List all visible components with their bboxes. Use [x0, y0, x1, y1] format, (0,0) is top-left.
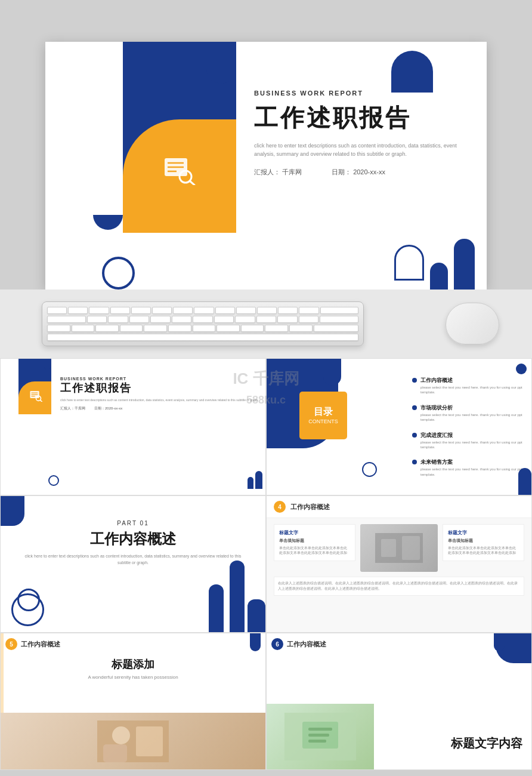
date-info: 日期： 2020-xx-xx: [332, 168, 385, 177]
blue-bar-short: [430, 263, 448, 290]
c3-bar2: [230, 561, 245, 632]
contents-dot: [412, 460, 417, 464]
key: [144, 325, 167, 332]
contents-dot: [412, 433, 417, 438]
cell5-header: 5 工作内容概述: [5, 638, 60, 650]
key: [173, 307, 193, 314]
semicircle-left: [93, 215, 123, 230]
key: [131, 307, 151, 314]
part-slide-content: PART 01 工作内容概述 click here to enter text …: [1, 520, 265, 566]
circle-outline-left: [102, 257, 135, 290]
key: [72, 325, 95, 332]
key: [194, 307, 214, 314]
contents-item-1: 工作内容概述 please select the text you need h…: [412, 377, 522, 395]
svg-point-16: [112, 726, 130, 744]
c3-circle-2: [11, 593, 44, 626]
c4-number-badge: 4: [274, 501, 286, 513]
cell6-text-content: 标题文字内容: [451, 735, 522, 752]
blue-dot-topright: [391, 51, 433, 93]
slide-description: click here to enter text descriptions su…: [254, 141, 469, 159]
key: [89, 307, 109, 314]
svg-rect-14: [402, 536, 420, 560]
slide-cell-2: 目录 CONTENTS 工作内容概述 please select the tex…: [266, 358, 532, 495]
keyboard-visual: [42, 301, 364, 346]
blue-bar-tall: [454, 239, 475, 290]
cell6-deco-bar: [494, 633, 505, 651]
c4-title-bar: 4 工作内容概述: [267, 496, 531, 518]
c3-bar1: [209, 584, 224, 632]
slide-cell-5: 5 工作内容概述 标题添加 A wonderful serenity has t…: [0, 633, 266, 770]
svg-line-11: [40, 400, 42, 402]
slide-cell-3: PART 01 工作内容概述 click here to enter text …: [0, 495, 266, 633]
contents-dot: [412, 405, 417, 410]
keyboard-keys: [42, 302, 363, 346]
key: [120, 325, 143, 332]
svg-rect-17: [103, 744, 127, 762]
c4-box-2: 标题文字 单击填知标题 单击此处添加文本单击此处添加文本单击此处添加文本单击此处…: [443, 524, 524, 561]
slide-subtitle: BUSINESS WORK REPORT: [254, 90, 469, 97]
svg-rect-23: [308, 740, 326, 743]
cell5-image: [1, 713, 265, 769]
svg-rect-18: [136, 726, 163, 756]
key: [47, 316, 86, 323]
cell5-badge: 5: [5, 638, 17, 650]
cell5-content: 标题添加 A wonderful serenity has taken poss…: [13, 657, 253, 680]
key: [265, 325, 288, 332]
slide-cell-1: BUSINESS WORK REPORT 工作述职报告 click here t…: [0, 358, 266, 495]
key: [47, 307, 67, 314]
c2-blue-dot-tr: [516, 364, 527, 374]
key: [314, 325, 358, 332]
white-arch: [394, 245, 424, 281]
slide-title: 工作述职报告: [254, 101, 469, 134]
key: [241, 325, 264, 332]
key: [168, 325, 191, 332]
key: [215, 307, 235, 314]
mouse-visual: [446, 303, 499, 344]
mini-report-icon: [29, 390, 44, 404]
key: [108, 316, 128, 323]
key: [129, 316, 149, 323]
contents-item-4: 未来销售方案 please select the text you need h…: [412, 458, 522, 477]
deco-top-right: [250, 633, 261, 651]
slide-cell-6: 6 工作内容概述 标题文字内容: [266, 633, 532, 770]
key: [278, 307, 298, 314]
key: [193, 316, 212, 323]
svg-rect-21: [308, 728, 332, 731]
key: [299, 316, 318, 323]
key: [277, 316, 297, 323]
key: [172, 316, 191, 323]
key: [68, 307, 88, 314]
c2-blue-top: [323, 359, 341, 386]
key: [257, 307, 277, 314]
main-slide: BUSINESS WORK REPORT 工作述职报告 click here t…: [45, 42, 487, 290]
keyboard-section: [0, 290, 532, 358]
key: [236, 307, 256, 314]
c4-description: 在此录入上述图表的综合描述说明。在此录入上述图表的综合描述说明。在此录入上述图表…: [274, 577, 524, 596]
cell6-title: 工作内容概述: [287, 640, 326, 649]
c2-circle-outline: [362, 462, 377, 477]
deco-shape: [44, 359, 51, 369]
slides-grid: BUSINESS WORK REPORT 工作述职报告 click here t…: [0, 358, 532, 770]
contents-dot: [412, 378, 417, 383]
key: [216, 325, 240, 332]
cell6-image: [267, 704, 374, 769]
svg-rect-13: [381, 539, 396, 557]
svg-line-5: [190, 181, 194, 185]
slide-content: BUSINESS WORK REPORT 工作述职报告 click here t…: [254, 90, 469, 177]
key: [95, 325, 119, 332]
cell6-header: 6 工作内容概述: [271, 638, 326, 650]
key: [87, 316, 107, 323]
deco-bar2: [248, 477, 253, 489]
spacebar-key: [47, 334, 358, 341]
contents-item-3: 完成进度汇报 please select the text you need h…: [412, 432, 522, 450]
deco-bar: [255, 471, 262, 489]
contents-items: 工作内容概述 please select the text you need h…: [412, 377, 522, 486]
c2-blue-right: [518, 468, 531, 495]
key: [235, 316, 255, 323]
cell5-title: 工作内容概述: [21, 640, 60, 649]
key: [193, 325, 216, 332]
cell6-badge: 6: [271, 638, 283, 650]
c4-image: [360, 524, 438, 572]
key: [47, 325, 70, 332]
c4-box-1: 标题文字 单击填知标题 单击此处添加文本单击此处添加文本单击此处添加文本单击此处…: [274, 524, 355, 561]
